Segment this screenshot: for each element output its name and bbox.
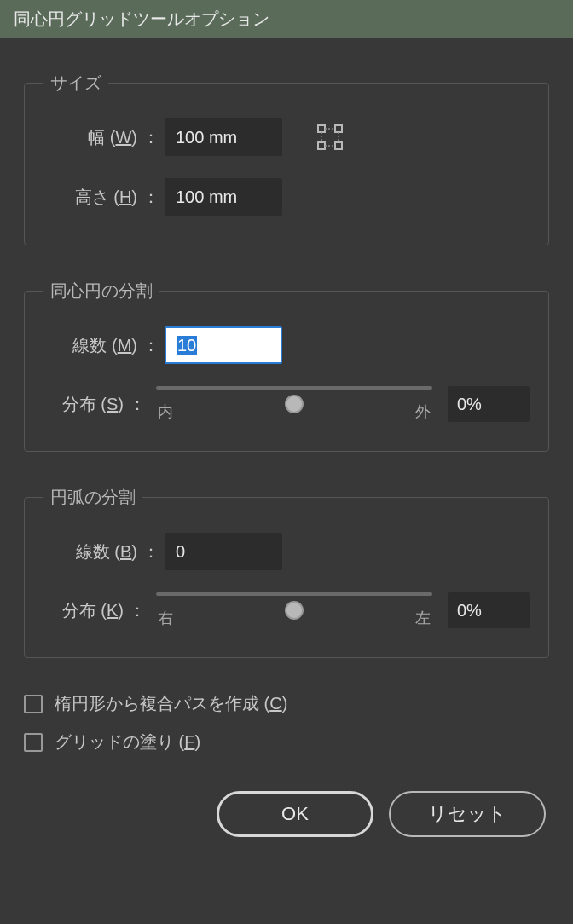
radial-legend: 円弧の分割: [43, 486, 142, 509]
width-row: 幅 (W) ：: [43, 118, 530, 156]
compound-path-label: 楕円形から複合パスを作成 (C): [55, 692, 287, 715]
fill-grid-row[interactable]: グリッドの塗り (F): [24, 731, 549, 754]
slider-thumb[interactable]: [285, 395, 304, 413]
radial-skew-label: 分布 (K): [43, 599, 124, 622]
size-legend: サイズ: [43, 72, 108, 95]
radial-skew-input[interactable]: [448, 592, 530, 628]
ok-button[interactable]: OK: [217, 791, 373, 837]
svg-rect-2: [318, 142, 325, 149]
slider-thumb[interactable]: [285, 601, 304, 620]
concentric-skew-right-label: 外: [415, 401, 431, 422]
svg-rect-0: [318, 125, 325, 132]
svg-rect-1: [335, 125, 342, 132]
concentric-group: 同心円の分割 線数 (M) ： 10 分布 (S) ： 内 外: [24, 280, 549, 452]
dialog-title: 同心円グリッドツールオプション: [14, 8, 269, 31]
fill-grid-checkbox[interactable]: [24, 733, 43, 752]
radial-skew-slider[interactable]: 右 左: [156, 592, 432, 628]
radial-skew-left-label: 右: [158, 608, 173, 628]
concentric-count-row: 線数 (M) ： 10: [43, 326, 530, 364]
width-label: 幅 (W): [43, 126, 137, 149]
radial-skew-right-label: 左: [415, 608, 431, 628]
reset-button[interactable]: リセット: [389, 791, 546, 837]
concentric-legend: 同心円の分割: [43, 280, 159, 303]
concentric-count-label: 線数 (M): [43, 334, 137, 357]
constrain-proportions-icon[interactable]: [313, 120, 347, 154]
concentric-skew-left-label: 内: [158, 401, 173, 422]
concentric-skew-input[interactable]: [448, 386, 530, 422]
width-input[interactable]: [165, 118, 282, 156]
height-label: 高さ (H): [43, 186, 137, 209]
radial-skew-row: 分布 (K) ： 右 左: [43, 592, 530, 628]
fill-grid-label: グリッドの塗り (F): [55, 731, 200, 754]
size-group: サイズ 幅 (W) ： 高: [24, 72, 549, 245]
compound-path-checkbox[interactable]: [24, 695, 43, 713]
concentric-count-input[interactable]: 10: [165, 326, 282, 364]
compound-path-row[interactable]: 楕円形から複合パスを作成 (C): [24, 692, 549, 715]
radial-group: 円弧の分割 線数 (B) ： 分布 (K) ： 右 左: [24, 486, 549, 658]
radial-count-label: 線数 (B): [43, 540, 137, 563]
height-input[interactable]: [165, 178, 282, 216]
dialog-content: サイズ 幅 (W) ： 高: [0, 38, 573, 863]
radial-count-input[interactable]: [165, 533, 282, 570]
height-row: 高さ (H) ：: [43, 178, 530, 216]
concentric-skew-slider[interactable]: 内 外: [156, 386, 432, 422]
dialog-titlebar: 同心円グリッドツールオプション: [0, 0, 573, 38]
svg-rect-3: [335, 142, 342, 149]
concentric-skew-label: 分布 (S): [43, 393, 124, 416]
dialog-buttons: OK リセット: [24, 791, 549, 837]
concentric-skew-row: 分布 (S) ： 内 外: [43, 386, 530, 422]
radial-count-row: 線数 (B) ：: [43, 533, 530, 570]
